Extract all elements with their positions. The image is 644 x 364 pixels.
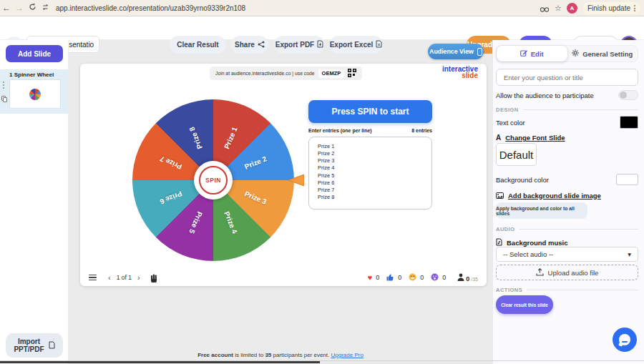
export-pdf-button[interactable]: Export PDF <box>274 36 325 54</box>
entries-label: Enter entries (one per line) <box>308 128 372 133</box>
slides-sidebar: Add Slide 1 Spinner Wheel Import PPT/PDF <box>0 40 69 364</box>
import-label-1: Import <box>18 338 40 345</box>
menu-icon[interactable] <box>89 275 97 281</box>
chat-bubble-icon <box>619 334 630 345</box>
participants-current: 0 <box>466 275 469 282</box>
prev-slide-icon[interactable]: ‹ <box>108 274 111 282</box>
window-edge <box>0 361 320 363</box>
join-code-value: OEMZP <box>318 69 345 78</box>
wow-count: 0 <box>442 274 446 281</box>
settings-panel: Edit General Setting Allow the audience … <box>492 40 644 364</box>
qr-code-icon[interactable] <box>348 67 356 80</box>
upload-audio-button[interactable]: Upload audio file <box>496 265 638 280</box>
wheel-segment-label: Prize 6 <box>159 190 183 206</box>
thumbs-up-reaction-icon[interactable] <box>386 271 394 284</box>
drag-handle-icon[interactable] <box>3 82 4 89</box>
clear-result-slide-button[interactable]: Clear result this slide <box>496 295 553 314</box>
text-color-label: Text color <box>496 119 525 127</box>
font-icon: A <box>496 134 501 142</box>
entries-textarea[interactable] <box>308 137 432 210</box>
interactive-slide-logo: interactive slide <box>442 66 478 79</box>
wheel-segment-label: Prize 8 <box>187 126 204 150</box>
next-slide-icon[interactable]: › <box>137 274 140 282</box>
background-color-label: Background color <box>496 176 549 184</box>
tab-sync-icon[interactable] <box>39 3 52 13</box>
text-color-swatch[interactable] <box>620 116 638 129</box>
entries-count: 8 entries <box>411 128 432 133</box>
wheel-pointer-icon <box>288 174 304 190</box>
share-nodes-icon <box>258 41 265 49</box>
canvas-bottom-bar: ‹ 1 of 1 › ♥ 0 0 0 0 0 /35 <box>80 269 487 286</box>
share-button[interactable]: Share <box>231 36 268 54</box>
file-export-icon <box>317 40 323 49</box>
slide-item-label: 1 Spinner Wheel <box>9 72 54 78</box>
finish-update-label: Finish update <box>587 4 630 12</box>
clear-result-button[interactable]: Clear Result <box>170 36 226 54</box>
chat-widget-button[interactable] <box>613 328 637 352</box>
browser-profile-avatar[interactable]: A <box>567 3 577 14</box>
wheel-segment-label: Prize 1 <box>223 126 239 150</box>
grin-reaction-icon[interactable] <box>409 271 416 284</box>
apply-all-slides-button[interactable]: Apply background and color to all slides <box>496 202 587 219</box>
finish-update-button[interactable]: Finish update <box>582 2 640 14</box>
browser-refresh-icon[interactable] <box>26 3 39 13</box>
participate-toggle[interactable] <box>618 90 638 100</box>
background-color-swatch[interactable] <box>616 174 638 185</box>
slide-thumbnail[interactable] <box>9 79 61 109</box>
thumbs-up-count: 0 <box>398 274 401 281</box>
participants-max: /35 <box>471 277 478 282</box>
image-icon <box>496 189 504 202</box>
font-preview-box[interactable]: Default <box>496 143 537 166</box>
spin-center-button[interactable]: SPIN <box>194 161 233 200</box>
participants-icon <box>457 271 464 284</box>
join-instruction-text: Join at audience.interactiveslide.co | u… <box>215 71 315 76</box>
free-account-bold: Free account <box>197 352 233 358</box>
tab-general-setting[interactable]: General Setting <box>567 46 638 62</box>
phone-icon <box>477 48 482 56</box>
audio-header: AUDIO <box>496 226 515 232</box>
password-eye-icon[interactable] <box>540 2 550 15</box>
add-slide-button[interactable]: Add Slide <box>6 45 63 62</box>
heart-count: 0 <box>376 274 379 281</box>
slide-thumbnail-item[interactable]: 1 Spinner Wheel <box>0 69 69 114</box>
panel-tabs: Edit General Setting <box>496 45 638 62</box>
free-account-notice: Free account is limited to 35 participan… <box>69 352 492 358</box>
browser-forward-icon[interactable]: → <box>13 3 26 13</box>
browser-chrome: ← → app.interactiveslide.co/presentation… <box>0 0 644 16</box>
raise-hand-icon[interactable] <box>150 273 158 282</box>
wheel-segment-label: Prize 5 <box>187 210 204 235</box>
browser-menu-icon[interactable] <box>634 5 635 11</box>
tab-edit[interactable]: Edit <box>497 46 567 62</box>
spin-center-label: SPIN <box>199 166 228 195</box>
audio-select-dropdown[interactable]: -- Select audio -- ▾ <box>496 247 638 262</box>
participate-label: Allow the audience to participate <box>496 92 594 99</box>
upload-icon <box>536 268 544 277</box>
duplicate-slide-icon[interactable] <box>1 96 7 102</box>
audience-view-button[interactable]: Audience View <box>428 44 484 59</box>
change-font-link[interactable]: Change Font Slide <box>505 134 565 142</box>
chevron-down-icon: ▾ <box>628 250 631 258</box>
wow-reaction-icon[interactable] <box>431 271 439 284</box>
heart-reaction-icon[interactable]: ♥ <box>368 274 373 282</box>
join-code-banner: Join at audience.interactiveslide.co | u… <box>210 67 362 80</box>
design-header: DESIGN <box>496 107 519 113</box>
slide-thumb-wheel-icon <box>29 89 41 100</box>
background-music-label: Background music <box>507 239 568 247</box>
gear-icon <box>572 49 579 58</box>
add-background-image-link[interactable]: Add background slide image <box>508 192 601 200</box>
page-indicator: 1 of 1 <box>117 274 132 281</box>
app-toolbar: ← Clear Result Share Export PDF Export E… <box>0 16 644 40</box>
file-icon <box>49 339 55 352</box>
press-spin-button[interactable]: Press SPIN to start <box>308 100 432 123</box>
actions-header: ACTIONS <box>496 287 522 293</box>
grin-count: 0 <box>420 274 424 281</box>
export-excel-button[interactable]: Export Excel <box>329 36 383 54</box>
upgrade-pro-link[interactable]: Upgrade Pro <box>331 352 363 358</box>
bookmark-star-icon[interactable]: ☆ <box>555 4 562 13</box>
address-bar-url[interactable]: app.interactiveslide.co/presentation/uza… <box>56 4 245 12</box>
question-title-input[interactable] <box>496 69 638 86</box>
wheel-segment-label: Prize 7 <box>159 154 183 171</box>
import-ppt-pdf-button[interactable]: Import PPT/PDF <box>6 333 63 358</box>
pencil-icon <box>520 49 527 58</box>
browser-back-icon[interactable]: ← <box>0 3 13 13</box>
